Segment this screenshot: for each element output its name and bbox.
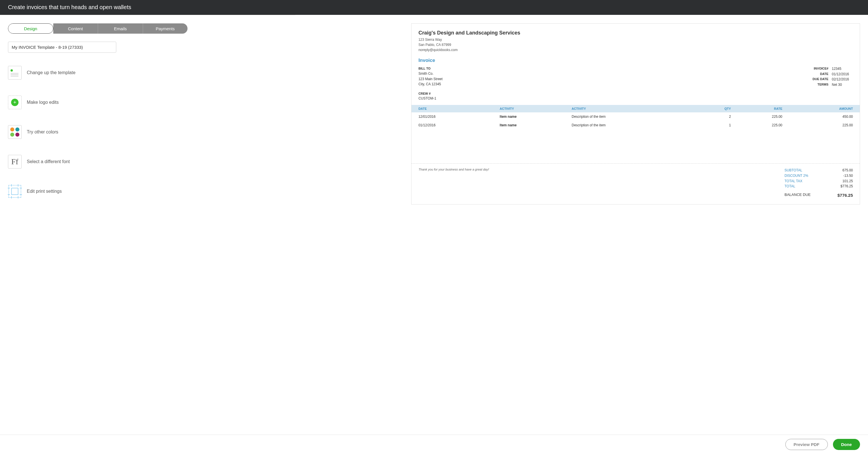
option-logo-edits[interactable]: + Make logo edits: [8, 95, 400, 109]
col-activity: ACTIVITY: [497, 105, 569, 112]
page-header: Create invoices that turn heads and open…: [0, 0, 868, 15]
totals-block: SUBTOTAL675.00 DISCOUNT 2%-13.50 TOTAL T…: [784, 168, 853, 198]
tab-design[interactable]: Design: [8, 23, 53, 34]
option-label: Change up the template: [27, 70, 75, 75]
company-name: Craig's Design and Landscaping Services: [418, 30, 853, 36]
print-margins-icon: [8, 185, 22, 198]
add-logo-icon: +: [8, 95, 22, 109]
font-icon: Ff: [8, 155, 22, 169]
company-address: 123 Sierra Way San Pablo, CA 87999 norep…: [418, 37, 853, 53]
col-date: DATE: [411, 105, 497, 112]
col-qty: QTY: [695, 105, 734, 112]
option-print-settings[interactable]: Edit print settings: [8, 185, 400, 198]
spacer: [411, 130, 860, 164]
table-row: 01/12/2016 Item name Description of the …: [411, 121, 860, 130]
option-label: Edit print settings: [27, 189, 62, 194]
crew-value: CUSTOM-1: [418, 96, 853, 101]
option-label: Select a different font: [27, 159, 70, 164]
option-fonts[interactable]: Ff Select a different font: [8, 155, 400, 169]
invoice-meta: INVOICE#12345 DATE01/12/2016 DUE DATE02/…: [808, 66, 853, 87]
tab-emails[interactable]: Emails: [98, 23, 143, 34]
template-icon: [8, 66, 22, 80]
tab-bar: Design Content Emails Payments: [8, 23, 187, 34]
template-name-input[interactable]: [8, 41, 116, 53]
line-items-table: DATE ACTIVITY ACTIVITY QTY RATE AMOUNT 1…: [411, 105, 860, 130]
col-rate: RATE: [734, 105, 785, 112]
option-label: Try other colors: [27, 130, 58, 135]
document-title: Invoice: [418, 58, 853, 63]
table-row: 12/01/2016 Item name Description of the …: [411, 112, 860, 121]
col-amount: AMOUNT: [785, 105, 860, 112]
tab-payments[interactable]: Payments: [143, 23, 188, 34]
crew-label: CREW #: [418, 92, 853, 95]
bill-to-block: BILL TO Smith Co. 123 Main Street City, …: [418, 66, 442, 87]
col-activity-desc: ACTIVITY: [569, 105, 695, 112]
option-colors[interactable]: Try other colors: [8, 125, 400, 139]
thank-you-note: Thank you for your business and have a g…: [418, 168, 489, 198]
invoice-preview: Craig's Design and Landscaping Services …: [411, 23, 860, 204]
option-label: Make logo edits: [27, 100, 59, 105]
color-palette-icon: [8, 125, 22, 139]
tab-content[interactable]: Content: [53, 23, 98, 34]
option-change-template[interactable]: Change up the template: [8, 66, 400, 80]
page-title: Create invoices that turn heads and open…: [8, 4, 131, 10]
